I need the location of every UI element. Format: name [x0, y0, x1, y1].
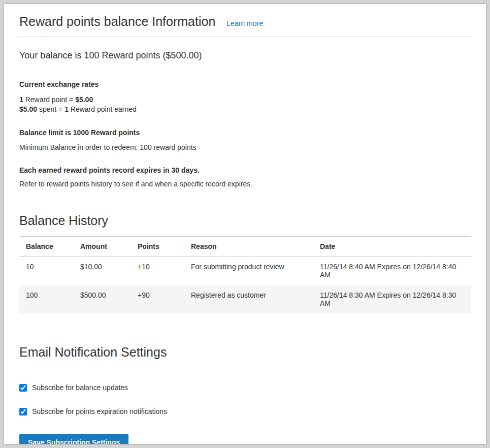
- exchange-rate-line-2: $5.00 spent = 1 Reward point earned: [19, 105, 471, 114]
- column-header-amount: Amount: [74, 237, 131, 257]
- reward-points-panel: Reward points balance Information Learn …: [4, 4, 486, 444]
- balance-history-title: Balance History: [19, 213, 471, 228]
- expiration-notifications-checkbox[interactable]: [19, 408, 27, 415]
- balance-summary: Your balance is 100 Reward points ($500.…: [19, 50, 471, 61]
- column-header-balance: Balance: [19, 237, 74, 257]
- rate2-suffix: Reward point earned: [69, 105, 137, 113]
- email-settings-title: Email Notification Settings: [19, 345, 471, 360]
- cell-points: +10: [131, 257, 184, 285]
- rate2-points: 1: [64, 105, 69, 113]
- exchange-rates: 1 Reward point = $5.00 $5.00 spent = 1 R…: [19, 95, 471, 114]
- subscribe-expiration-notifications-row[interactable]: Subscribe for points expiration notifica…: [19, 407, 471, 415]
- rate1-text: Reward point =: [23, 95, 75, 104]
- column-header-points: Points: [131, 237, 184, 257]
- learn-more-link[interactable]: Learn more: [226, 19, 263, 27]
- minimum-balance: Minimum Balance in order to redeem: 100 …: [19, 143, 471, 151]
- table-row: 100 $500.00 +90 Registered as customer 1…: [19, 285, 471, 313]
- cell-balance: 100: [19, 285, 74, 313]
- save-subscription-settings-button[interactable]: Save Subscription Settings: [19, 434, 128, 444]
- page-title: Reward points balance Information: [19, 14, 215, 29]
- cell-points: +90: [131, 285, 184, 313]
- cell-date: 11/26/14 8:40 AM Expires on 12/26/14 8:4…: [313, 257, 471, 285]
- table-header: Balance Amount Points Reason Date: [19, 237, 471, 257]
- rate2-value: $5.00: [19, 105, 37, 113]
- cell-balance: 10: [19, 257, 74, 285]
- exchange-rates-heading: Current exchange rates: [19, 80, 471, 88]
- rate1-points: 1: [19, 95, 23, 104]
- expiry-note: Refer to reward points history to see if…: [19, 180, 471, 188]
- balance-updates-label: Subscribe for balance updates: [32, 383, 128, 392]
- exchange-rate-line-1: 1 Reward point = $5.00: [19, 95, 471, 105]
- cell-reason: For submitting product review: [184, 257, 313, 285]
- cell-reason: Registered as customer: [184, 285, 313, 313]
- email-settings-header: Email Notification Settings: [19, 345, 471, 367]
- cell-amount: $10.00: [74, 257, 131, 285]
- cell-date: 11/26/14 8:30 AM Expires on 12/26/14 8:3…: [313, 285, 471, 313]
- page-header: Reward points balance Information Learn …: [19, 14, 471, 37]
- table-row: 10 $10.00 +10 For submitting product rev…: [19, 257, 471, 285]
- cell-amount: $500.00: [74, 285, 131, 313]
- expiration-notifications-label: Subscribe for points expiration notifica…: [32, 407, 167, 415]
- subscribe-balance-updates-row[interactable]: Subscribe for balance updates: [19, 383, 471, 392]
- balance-updates-checkbox[interactable]: [19, 384, 27, 392]
- column-header-date: Date: [313, 237, 471, 257]
- rate2-text: spent =: [37, 105, 64, 113]
- column-header-reason: Reason: [184, 237, 313, 257]
- balance-history-table: Balance Amount Points Reason Date 10 $10…: [19, 236, 471, 313]
- expiry-heading: Each earned reward points record expires…: [19, 166, 471, 174]
- rate1-value: $5.00: [75, 95, 93, 104]
- balance-limit: Balance limit is 1000 Reward points: [19, 129, 471, 137]
- page-background: Reward points balance Information Learn …: [0, 0, 490, 448]
